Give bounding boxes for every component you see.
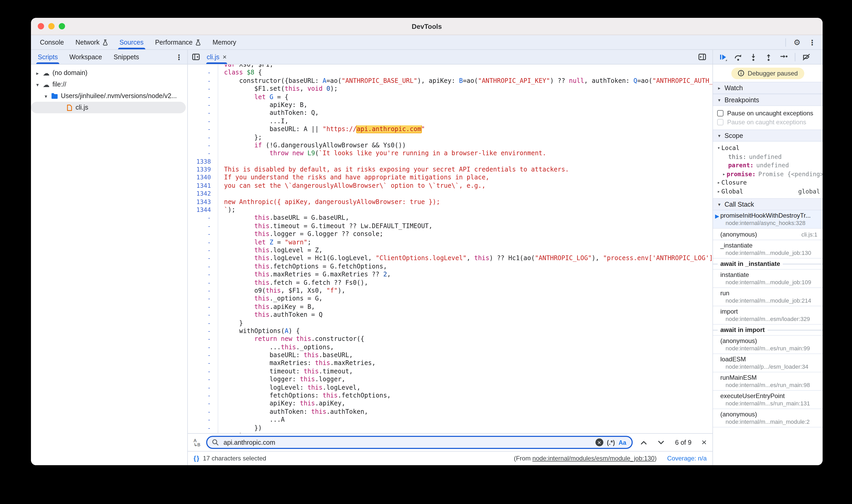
line-gutter[interactable]: - [188,69,218,77]
scope-row[interactable]: Local [713,144,823,152]
call-stack-frame[interactable]: importnode:internal/m...esm/loader:329 [713,306,823,325]
line-gutter[interactable]: - [188,352,218,360]
line-gutter[interactable]: - [188,400,218,408]
scope-row[interactable]: Closure [713,178,823,187]
line-gutter[interactable]: 1344 [188,206,218,214]
call-stack-frame[interactable]: runnode:internal/m...module_job:214 [713,288,823,306]
deactivate-breakpoints-icon[interactable] [802,53,811,61]
call-stack-frame[interactable]: runMainESMnode:internal/m...es/run_main:… [713,372,823,391]
line-gutter[interactable] [188,65,218,69]
settings-gear-icon[interactable]: ⚙ [794,38,801,46]
call-stack-frame[interactable]: (anonymous)node:internal/m...main_module… [713,409,823,428]
watch-section-header[interactable]: Watch [713,82,823,94]
step-over-icon[interactable] [734,53,742,61]
line-gutter[interactable]: - [188,150,218,158]
step-into-icon[interactable] [749,53,758,61]
tree-item-users-jinhuilee-nvm-versions-node-v2-[interactable]: ▾Users/jinhuilee/.nvm/versions/node/v2..… [31,90,187,102]
call-stack-frame[interactable]: instantiatenode:internal/m...module_job:… [713,270,823,288]
line-gutter[interactable]: - [188,271,218,279]
line-gutter[interactable]: - [188,214,218,222]
line-gutter[interactable]: 1341 [188,182,218,190]
line-gutter[interactable]: - [188,109,218,118]
tab-sources[interactable]: Sources [113,35,149,49]
scope-section-header[interactable]: Scope [713,129,823,142]
line-gutter[interactable]: - [188,384,218,392]
navigator-tab-workspace[interactable]: Workspace [64,50,108,64]
line-gutter[interactable]: - [188,125,218,133]
line-gutter[interactable]: - [188,85,218,93]
expanded-arrow-icon[interactable]: ▾ [34,82,41,87]
collapse-left-panel-icon[interactable] [192,50,200,64]
call-stack-frame[interactable]: executeUserEntryPointnode:internal/m...s… [713,391,823,409]
toggle-debugger-sidebar-icon[interactable] [698,53,706,61]
tab-memory[interactable]: Memory [207,35,242,49]
tab-network[interactable]: Network [70,35,114,49]
navigator-more-icon[interactable]: ⋮ [175,53,182,60]
checkbox[interactable] [717,110,724,116]
call-stack-frame[interactable]: promiseInitHookWithDestroyTr...node:inte… [713,210,823,229]
call-stack-section-header[interactable]: Call Stack [713,198,823,210]
navigator-tab-snippets[interactable]: Snippets [108,50,145,64]
line-gutter[interactable]: 1339 [188,166,218,174]
close-find-bar-icon[interactable]: × [702,438,707,447]
line-gutter[interactable]: - [188,424,218,432]
line-gutter[interactable]: 1343 [188,198,218,206]
line-gutter[interactable]: - [188,77,218,85]
line-gutter[interactable]: - [188,101,218,109]
line-gutter[interactable]: - [188,222,218,231]
line-gutter[interactable]: - [188,238,218,247]
tree-item-file-[interactable]: ▾☁file:// [31,79,187,90]
line-gutter[interactable]: - [188,142,218,150]
line-gutter[interactable]: - [188,416,218,424]
search-input[interactable] [223,438,591,447]
breakpoints-section-header[interactable]: Breakpoints [713,94,823,106]
line-gutter[interactable]: - [188,230,218,238]
line-gutter[interactable]: - [188,117,218,125]
line-gutter[interactable]: - [188,287,218,295]
previous-match-button[interactable] [637,440,650,445]
line-gutter[interactable]: - [188,327,218,336]
line-gutter[interactable]: - [188,376,218,384]
line-gutter[interactable]: - [188,343,218,352]
line-gutter[interactable]: - [188,255,218,263]
mapped-from-link[interactable]: node:internal/modules/esm/module_job:130 [533,455,655,462]
line-gutter[interactable]: 1340 [188,174,218,182]
line-gutter[interactable]: 1338 [188,158,218,166]
tab-performance[interactable]: Performance [149,35,207,49]
expanded-arrow-icon[interactable]: ▾ [42,93,49,99]
line-gutter[interactable]: - [188,247,218,255]
step-icon[interactable] [780,53,788,61]
coverage-link[interactable]: Coverage: n/a [667,455,707,462]
step-out-icon[interactable] [764,53,773,61]
call-stack-frame[interactable]: (anonymous)node:internal/m...es/run_main… [713,336,823,354]
scope-row[interactable]: promise:Promise {<pending>} [713,170,823,178]
next-match-button[interactable] [655,440,667,445]
resume-script-icon[interactable] [719,53,727,61]
editor-tab-clijs[interactable]: cli.js × [202,50,231,64]
line-gutter[interactable]: - [188,336,218,343]
tree-item--no-domain-[interactable]: ▸☁(no domain) [31,67,187,79]
more-options-icon[interactable]: ⋮ [809,39,816,46]
scope-row[interactable]: this:undefined [713,152,823,161]
close-tab-icon[interactable]: × [223,53,227,61]
call-stack-frame[interactable]: (anonymous)cli.js:1 [713,229,823,240]
tab-console[interactable]: Console [34,35,70,49]
line-gutter[interactable]: - [188,279,218,287]
scope-row[interactable]: parent:undefined [713,161,823,170]
call-stack-frame[interactable]: loadESMnode:internal/p.../esm_loader:34 [713,354,823,372]
tree-item-cli-js[interactable]: cli.js [31,102,186,113]
line-gutter[interactable]: - [188,360,218,368]
clear-search-icon[interactable]: × [595,438,603,446]
line-gutter[interactable]: - [188,311,218,319]
pretty-print-icon[interactable]: { } [194,455,199,462]
navigator-tab-scripts[interactable]: Scripts [32,50,64,64]
line-gutter[interactable]: - [188,93,218,101]
line-gutter[interactable]: - [188,408,218,416]
line-gutter[interactable]: - [188,392,218,400]
call-stack-frame[interactable]: _instantiatenode:internal/m...module_job… [713,240,823,258]
line-gutter[interactable]: - [188,303,218,311]
collapsed-arrow-icon[interactable]: ▸ [34,70,41,76]
line-gutter[interactable]: - [188,319,218,327]
scope-row[interactable]: Globalglobal [713,187,823,196]
line-gutter[interactable]: - [188,295,218,303]
